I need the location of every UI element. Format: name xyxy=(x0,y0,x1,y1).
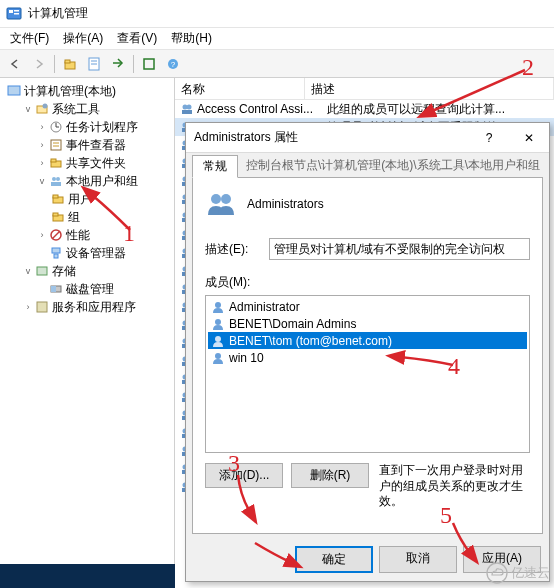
refresh-button[interactable] xyxy=(138,53,160,75)
menu-file[interactable]: 文件(F) xyxy=(4,28,55,49)
cancel-button[interactable]: 取消 xyxy=(379,546,457,573)
member-row[interactable]: BENET\Domain Admins xyxy=(208,315,527,332)
svg-rect-5 xyxy=(65,60,70,63)
membership-note: 直到下一次用户登录时对用户的组成员关系的更改才生效。 xyxy=(379,463,530,510)
export-button[interactable] xyxy=(107,53,129,75)
user-icon xyxy=(210,299,226,315)
back-button[interactable] xyxy=(4,53,26,75)
svg-point-25 xyxy=(56,177,60,181)
svg-point-109 xyxy=(215,336,221,342)
member-label: win 10 xyxy=(229,351,264,365)
forward-button[interactable] xyxy=(28,53,50,75)
tree-storage[interactable]: v 存储 xyxy=(0,262,174,280)
svg-text:?: ? xyxy=(171,60,176,69)
svg-point-24 xyxy=(52,177,56,181)
remove-button[interactable]: 删除(R) xyxy=(291,463,369,488)
taskbar-fragment xyxy=(0,564,175,588)
svg-rect-13 xyxy=(8,86,20,95)
group-icon xyxy=(179,101,195,117)
col-name[interactable]: 名称 xyxy=(175,78,305,99)
tab-body: Administrators 描述(E): 成员(M): Administrat… xyxy=(192,177,543,534)
add-button[interactable]: 添加(D)... xyxy=(205,463,283,488)
tree-shared-folders[interactable]: › 共享文件夹 xyxy=(0,154,174,172)
tree-root[interactable]: 计算机管理(本地) xyxy=(0,82,174,100)
svg-rect-1 xyxy=(9,10,13,13)
svg-rect-34 xyxy=(54,254,58,258)
tree-groups[interactable]: 组 xyxy=(0,208,174,226)
svg-point-105 xyxy=(211,194,221,204)
col-desc[interactable]: 描述 xyxy=(305,78,554,99)
svg-rect-2 xyxy=(14,10,19,12)
tree-device-manager[interactable]: 设备管理器 xyxy=(0,244,174,262)
list-row[interactable]: Access Control Assi...此组的成员可以远程查询此计算... xyxy=(175,100,554,118)
tree-task-scheduler[interactable]: › 任务计划程序 xyxy=(0,118,174,136)
tree-event-viewer[interactable]: › 事件查看器 xyxy=(0,136,174,154)
members-label: 成员(M): xyxy=(205,274,530,291)
tab-strip: 常规 控制台根节点\计算机管理(本地)\系统工具\本地用户和组 xyxy=(186,153,549,177)
tree-disk-management[interactable]: 磁盘管理 xyxy=(0,280,174,298)
up-button[interactable] xyxy=(59,53,81,75)
properties-dialog: Administrators 属性 ? ✕ 常规 控制台根节点\计算机管理(本地… xyxy=(185,122,550,582)
watermark: 亿速云 xyxy=(486,562,550,584)
user-icon xyxy=(210,316,226,332)
svg-rect-35 xyxy=(37,267,47,275)
dialog-group-name: Administrators xyxy=(247,197,324,211)
svg-line-32 xyxy=(52,231,60,239)
svg-point-40 xyxy=(187,105,192,110)
tree-local-users-groups[interactable]: v 本地用户和组 xyxy=(0,172,174,190)
svg-rect-33 xyxy=(52,248,60,253)
svg-point-111 xyxy=(487,563,507,583)
desc-input[interactable] xyxy=(269,238,530,260)
app-icon xyxy=(6,6,22,22)
watermark-text: 亿速云 xyxy=(511,564,550,582)
member-label: Administrator xyxy=(229,300,300,314)
tree-services-apps[interactable]: › 服务和应用程序 xyxy=(0,298,174,316)
member-row[interactable]: win 10 xyxy=(208,349,527,366)
tab-path: 控制台根节点\计算机管理(本地)\系统工具\本地用户和组 xyxy=(238,154,543,177)
row-name: Access Control Assi... xyxy=(197,102,327,116)
svg-rect-3 xyxy=(14,13,19,15)
menu-bar: 文件(F) 操作(A) 查看(V) 帮助(H) xyxy=(0,28,554,50)
members-list[interactable]: AdministratorBENET\Domain AdminsBENET\to… xyxy=(205,295,530,453)
svg-rect-10 xyxy=(144,59,154,69)
svg-rect-38 xyxy=(37,302,47,312)
member-label: BENET\Domain Admins xyxy=(229,317,356,331)
svg-rect-26 xyxy=(51,182,61,186)
tab-general[interactable]: 常规 xyxy=(192,155,238,178)
help-button[interactable]: ? xyxy=(469,124,509,152)
member-row[interactable]: Administrator xyxy=(208,298,527,315)
tree-performance[interactable]: › 性能 xyxy=(0,226,174,244)
svg-rect-30 xyxy=(53,213,58,216)
title-bar: 计算机管理 xyxy=(0,0,554,28)
dialog-titlebar[interactable]: Administrators 属性 ? ✕ xyxy=(186,123,549,153)
svg-point-108 xyxy=(215,319,221,325)
user-icon xyxy=(210,350,226,366)
tree-system-tools[interactable]: v 系统工具 xyxy=(0,100,174,118)
svg-point-106 xyxy=(221,194,231,204)
ok-button[interactable]: 确定 xyxy=(295,546,373,573)
group-icon xyxy=(205,188,237,220)
list-header: 名称 描述 xyxy=(175,78,554,100)
member-row[interactable]: BENET\tom (tom@benet.com) xyxy=(208,332,527,349)
watermark-logo-icon xyxy=(486,562,508,584)
help-button[interactable]: ? xyxy=(162,53,184,75)
menu-view[interactable]: 查看(V) xyxy=(111,28,163,49)
properties-button[interactable] xyxy=(83,53,105,75)
menu-action[interactable]: 操作(A) xyxy=(57,28,109,49)
svg-point-15 xyxy=(43,104,48,109)
tree-users[interactable]: 用户 xyxy=(0,190,174,208)
toolbar: ? xyxy=(0,50,554,78)
svg-rect-37 xyxy=(51,286,56,292)
svg-rect-23 xyxy=(51,159,56,162)
window-title: 计算机管理 xyxy=(28,5,88,22)
desc-label: 描述(E): xyxy=(205,241,269,258)
svg-rect-19 xyxy=(51,140,61,150)
navigation-tree[interactable]: 计算机管理(本地) v 系统工具 › 任务计划程序 › 事件查看器 › 共享文件… xyxy=(0,78,175,588)
svg-rect-28 xyxy=(53,195,58,198)
menu-help[interactable]: 帮助(H) xyxy=(165,28,218,49)
close-button[interactable]: ✕ xyxy=(509,124,549,152)
row-desc: 此组的成员可以远程查询此计算... xyxy=(327,101,554,118)
svg-point-110 xyxy=(215,353,221,359)
user-icon xyxy=(210,333,226,349)
svg-point-107 xyxy=(215,302,221,308)
